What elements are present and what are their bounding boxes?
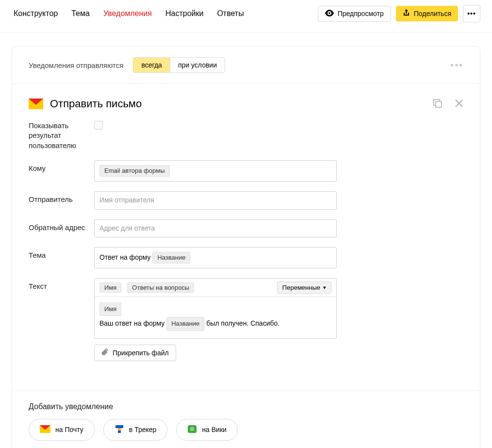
mail-icon	[29, 99, 43, 109]
subject-input[interactable]: Ответ на форму Название	[94, 247, 337, 268]
section-header: Отправить письмо	[12, 84, 480, 117]
body-text-after: был получен. Спасибо.	[204, 319, 279, 327]
share-button[interactable]: Поделиться	[396, 6, 458, 21]
reply-input[interactable]	[94, 219, 337, 238]
field-sender: Отправитель	[29, 191, 463, 210]
add-tracker-label: в Трекер	[129, 426, 157, 433]
add-notification-buttons: на Почту в Трекер на Вики	[29, 419, 463, 441]
wiki-icon	[187, 424, 197, 435]
subject-text: Ответ на форму	[99, 253, 152, 261]
show-result-checkbox[interactable]	[94, 121, 103, 130]
field-reply: Обратный адрес	[29, 219, 463, 238]
notification-card: Уведомления отправляются всегда при усло…	[12, 46, 480, 448]
svg-rect-6	[118, 428, 121, 431]
send-condition-row: Уведомления отправляются всегда при усло…	[12, 47, 480, 84]
tracker-icon	[115, 424, 124, 435]
preview-label: Предпросмотр	[338, 10, 384, 17]
section-header-actions	[433, 99, 463, 109]
add-mail-label: на Почту	[55, 426, 83, 433]
svg-rect-7	[190, 428, 194, 429]
to-input[interactable]: Email автора формы	[94, 160, 337, 182]
copy-icon[interactable]	[433, 99, 442, 109]
svg-rect-2	[436, 101, 442, 107]
tab-answers[interactable]: Ответы	[217, 9, 244, 18]
add-notification-section: Добавить уведомление на Почту в Трекер	[12, 390, 480, 448]
toolbar-chip-answers[interactable]: Ответы на вопросы	[127, 282, 194, 293]
add-mail-button[interactable]: на Почту	[29, 419, 95, 441]
toolbar-chip-name[interactable]: Имя	[99, 282, 121, 293]
sender-label: Отправитель	[29, 191, 94, 203]
close-icon[interactable]	[455, 99, 463, 109]
toggle-always[interactable]: всегда	[133, 57, 170, 73]
subject-chip-name[interactable]: Название	[152, 252, 190, 264]
tab-settings[interactable]: Настройки	[165, 9, 203, 18]
show-result-label: Показывать результат пользователю	[29, 121, 94, 150]
body-text-before: Ваш ответ на форму	[99, 319, 166, 327]
body-toolbar: Имя Ответы на вопросы Переменные ▾	[95, 279, 336, 297]
tab-theme[interactable]: Тема	[71, 9, 90, 18]
to-chip-author-email[interactable]: Email автора формы	[99, 165, 170, 177]
add-wiki-label: на Вики	[202, 426, 227, 433]
nav-tabs: Конструктор Тема Уведомления Настройки О…	[14, 9, 303, 18]
page-container: Уведомления отправляются всегда при усло…	[0, 33, 492, 448]
add-tracker-button[interactable]: в Трекер	[103, 419, 168, 441]
add-notification-title: Добавить уведомление	[29, 402, 463, 411]
more-icon: •••	[467, 10, 476, 17]
body-editor: Имя Ответы на вопросы Переменные ▾ Имя В…	[94, 278, 337, 338]
field-show-result: Показывать результат пользователю	[29, 121, 463, 150]
section-title: Отправить письмо	[50, 98, 433, 110]
toggle-conditional[interactable]: при условии	[170, 57, 225, 73]
add-wiki-button[interactable]: на Вики	[176, 419, 238, 441]
subject-label: Тема	[29, 247, 94, 259]
body-chip-name[interactable]: Имя	[99, 302, 121, 316]
attach-file-button[interactable]: Прикрепить файл	[94, 345, 176, 361]
tab-notifications[interactable]: Уведомления	[103, 9, 152, 18]
preview-button[interactable]: Предпросмотр	[318, 6, 391, 22]
body-chip-title[interactable]: Название	[166, 317, 204, 331]
sender-input[interactable]	[94, 191, 337, 210]
topbar: Конструктор Тема Уведомления Настройки О…	[0, 0, 492, 33]
variables-label: Переменные	[282, 284, 320, 291]
more-button[interactable]: •••	[463, 5, 480, 22]
svg-rect-8	[190, 430, 194, 431]
eye-icon	[325, 10, 334, 18]
chevron-down-icon: ▾	[323, 284, 326, 291]
send-condition-toggle: всегда при условии	[133, 57, 225, 73]
form-area: Показывать результат пользователю Кому E…	[12, 117, 480, 390]
body-textarea[interactable]: Имя Ваш ответ на форму Название был полу…	[95, 297, 336, 338]
share-label: Поделиться	[414, 10, 451, 17]
body-label: Текст	[29, 278, 94, 290]
variables-button[interactable]: Переменные ▾	[277, 282, 331, 294]
mail-icon	[40, 425, 50, 434]
topbar-actions: Предпросмотр Поделиться •••	[318, 5, 480, 22]
card-menu-button[interactable]: •••	[450, 60, 463, 71]
attach-file-label: Прикрепить файл	[113, 349, 169, 357]
to-label: Кому	[29, 160, 94, 172]
field-to: Кому Email автора формы	[29, 160, 463, 182]
field-body: Текст Имя Ответы на вопросы Переменные ▾	[29, 278, 463, 361]
share-icon	[403, 9, 410, 18]
send-condition-label: Уведомления отправляются	[29, 61, 123, 69]
field-subject: Тема Ответ на форму Название	[29, 247, 463, 268]
reply-label: Обратный адрес	[29, 219, 94, 232]
paperclip-icon	[101, 348, 109, 357]
tab-constructor[interactable]: Конструктор	[14, 9, 58, 18]
